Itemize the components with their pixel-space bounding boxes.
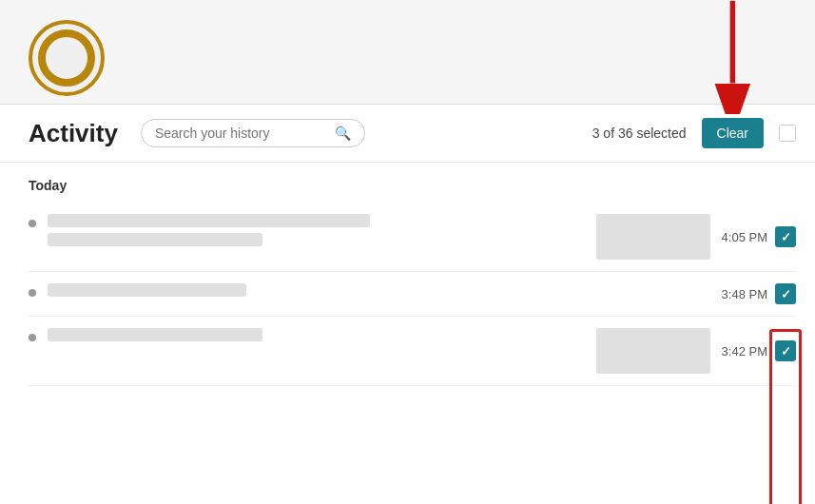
activity-content — [48, 283, 710, 304]
activity-checkbox-wrap[interactable] — [775, 283, 796, 304]
activity-thumbnail — [596, 214, 710, 260]
search-box[interactable]: 🔍 — [141, 119, 365, 147]
section-today-label: Today — [29, 178, 796, 193]
activity-checkbox-wrap[interactable] — [775, 214, 796, 260]
activity-checkbox[interactable] — [775, 283, 796, 304]
avatar — [29, 20, 105, 96]
activity-content — [48, 214, 710, 260]
profile-header — [0, 0, 815, 105]
activity-bullet — [29, 289, 36, 297]
search-input[interactable] — [155, 126, 329, 141]
activity-text-blurred — [48, 283, 246, 297]
activity-text-blurred — [48, 214, 370, 227]
activity-bullet — [29, 334, 36, 341]
activity-time: 3:42 PM — [722, 328, 767, 374]
activity-bullet — [29, 220, 36, 227]
selected-count: 3 of 36 selected — [592, 126, 687, 141]
activity-checkbox[interactable] — [775, 340, 796, 361]
activity-thumbnail — [596, 328, 710, 374]
list-item: 3:48 PM — [29, 272, 796, 317]
toolbar: Activity 🔍 3 of 36 selected Clear — [0, 105, 815, 163]
select-all-checkbox[interactable] — [779, 125, 796, 142]
activity-time: 3:48 PM — [722, 283, 767, 304]
activity-text-blurred-2 — [48, 233, 262, 246]
activity-content — [48, 328, 710, 374]
page-title: Activity — [29, 119, 118, 148]
text-lines — [48, 214, 585, 246]
main-content: Today 4:05 PM 3:48 PM — [0, 163, 815, 401]
activity-checkbox-wrap[interactable] — [775, 328, 796, 374]
activity-time: 4:05 PM — [722, 214, 767, 260]
annotation-arrow — [615, 0, 767, 114]
clear-button[interactable]: Clear — [702, 118, 764, 148]
activity-checkbox[interactable] — [775, 226, 796, 247]
activity-text-blurred — [48, 328, 262, 341]
text-lines — [48, 328, 585, 341]
avatar-inner — [38, 29, 95, 87]
search-icon: 🔍 — [335, 126, 351, 141]
list-item: 4:05 PM — [29, 203, 796, 272]
list-item: 3:42 PM — [29, 317, 796, 386]
